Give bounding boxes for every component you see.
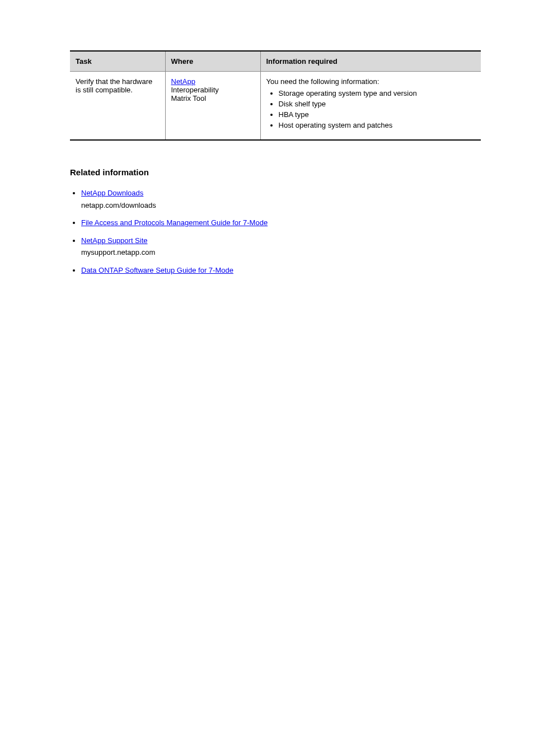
- table-header-row: Task Where Information required: [70, 51, 481, 72]
- info-list: Storage operating system type and versio…: [266, 89, 476, 129]
- info-list-item: HBA type: [279, 110, 476, 119]
- info-list-item: Host operating system and patches: [279, 121, 476, 129]
- related-heading: Related information: [70, 167, 481, 177]
- netapp-imt-link[interactable]: NetApp: [171, 77, 195, 86]
- task-text-line2: is still compatible.: [76, 86, 133, 94]
- related-note: netapp.com/downloads: [81, 200, 481, 211]
- related-list-item: File Access and Protocols Management Gui…: [81, 218, 481, 228]
- col-where-header: Where: [165, 51, 260, 72]
- col-task-header: Task: [70, 51, 165, 72]
- netapp-downloads-link[interactable]: NetApp Downloads: [81, 189, 143, 197]
- task-text-line1: Verify that the hardware: [76, 77, 152, 86]
- col-info-header: Information required: [260, 51, 481, 72]
- related-list-item: NetApp Support Site mysupport.netapp.com: [81, 236, 481, 258]
- related-note: mysupport.netapp.com: [81, 248, 481, 258]
- info-intro-text: You need the following information:: [266, 77, 380, 86]
- related-list-item: Data ONTAP Software Setup Guide for 7-Mo…: [81, 265, 481, 276]
- netapp-support-link[interactable]: NetApp Support Site: [81, 236, 148, 245]
- info-list-item: Disk shelf type: [279, 100, 476, 108]
- where-cell: NetApp Interoperability Matrix Tool: [165, 72, 260, 141]
- related-information-section: Related information NetApp Downloads net…: [70, 167, 481, 275]
- task-cell: Verify that the hardware is still compat…: [70, 72, 165, 141]
- related-list-item: NetApp Downloads netapp.com/downloads: [81, 188, 481, 210]
- where-text-line1: Interoperability: [171, 86, 219, 94]
- table-row: Verify that the hardware is still compat…: [70, 72, 481, 141]
- software-setup-guide-link[interactable]: Data ONTAP Software Setup Guide for 7-Mo…: [81, 266, 233, 274]
- compatibility-table: Task Where Information required Verify t…: [70, 50, 481, 141]
- info-list-item: Storage operating system type and versio…: [279, 89, 476, 97]
- file-access-guide-link[interactable]: File Access and Protocols Management Gui…: [81, 218, 268, 227]
- info-cell: You need the following information: Stor…: [260, 72, 481, 141]
- related-list: NetApp Downloads netapp.com/downloads Fi…: [70, 188, 481, 275]
- where-text-line2: Matrix Tool: [171, 94, 207, 102]
